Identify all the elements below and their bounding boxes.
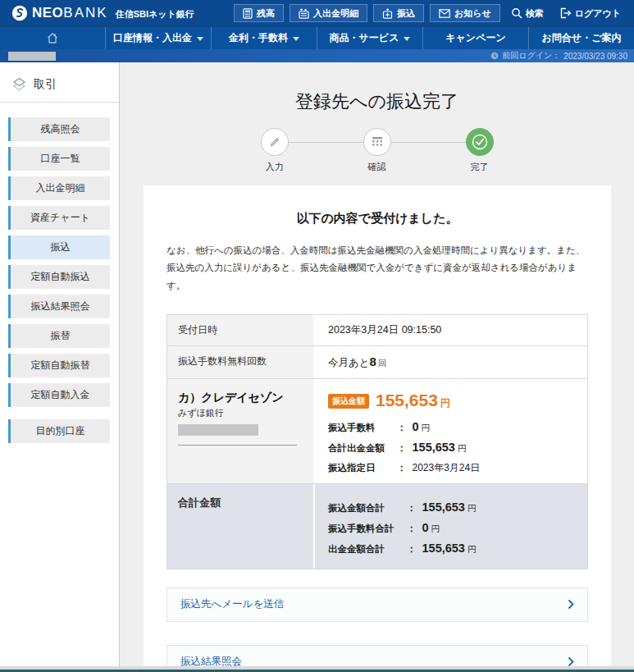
total-details-cell: 振込金額合計 ： 155,653 円 振込手数料合計 ： 0 円 [315,484,587,569]
brand-bank: BANK [63,5,107,21]
search-button[interactable]: 検索 [506,7,549,20]
sidebar-item-transfer-result[interactable]: 振込結果照会 [8,295,110,318]
chevron-right-icon [568,656,574,666]
nav-item-rates[interactable]: 金利・手数料 [212,27,317,49]
nav-item-products[interactable]: 商品・サービス [317,27,423,49]
mail-icon [439,9,450,18]
brand-neo: NEO [32,5,63,21]
table-row-total: 合計金額 振込金額合計 ： 155,653 円 振込手数料合計 [167,484,587,569]
sidebar-title: 取引 [34,77,57,92]
transfer-button-label: 振込 [397,7,415,20]
redacted-username [8,52,56,61]
step-confirm-circle [363,128,391,156]
progress-steps: 入力 確認 [252,128,503,173]
recipient-name: カ）クレデイセゾン [178,391,303,405]
total-fee: 振込手数料合計 ： 0 円 [328,521,574,535]
last-login-label: 前回ログイン： [502,50,560,62]
nav-item-accounts[interactable]: 口座情報・入出金 [106,27,212,49]
chevron-down-icon [197,37,203,41]
nav-home[interactable] [0,27,106,49]
header-quick-actions: 残高 入出金明細 振込 [234,4,626,22]
sidebar-item-asset-chart[interactable]: 資産チャート [8,206,110,230]
sidebar-item-auto-deposit[interactable]: 定額自動入金 [8,383,110,407]
nav-item-label: 商品・サービス [330,31,399,45]
step-complete: 完了 [457,128,503,173]
transfer-result-link[interactable]: 振込結果照会 [167,646,587,666]
calculator-icon [243,8,253,19]
bank-name: 住信SBIネット銀行 [116,8,194,21]
row-label: 受付日時 [167,315,315,345]
step-input-label: 入力 [266,161,284,173]
clock-icon [490,52,499,60]
recipient-bank: みずほ銀行 [178,407,303,419]
free-count-number: 8 [370,354,376,368]
logout-button[interactable]: ログアウト [554,7,626,20]
search-button-label: 検索 [526,7,544,20]
page: NEO BANK 住信SBIネット銀行 残高 [0,0,634,672]
detail-designated-date: 振込指定日 ： 2023年3月24日 [328,461,574,475]
send-mail-link[interactable]: 振込先へメールを送信 [167,588,587,621]
sidebar-menu: 残高照会 口座一覧 入出金明細 資産チャート 振込 定額自動振込 振込結果照会 … [0,103,119,443]
neobank-logo[interactable]: NEO BANK 住信SBIネット銀行 [11,5,194,21]
row-value: 2023年3月24日 09:15:50 [315,315,587,345]
transactions-icon [11,77,27,92]
home-icon [46,32,59,44]
sidebar-item-statement[interactable]: 入出金明細 [8,176,110,200]
sidebar-transactions: 取引 残高照会 口座一覧 入出金明細 資産チャート 振込 定額自動振込 振込結果… [0,62,120,666]
amount-line: 振込金額155,653円 [328,391,574,410]
last-login-value: 2023/03/23 09:30 [563,52,627,61]
balance-button-label: 残高 [257,7,275,20]
sidebar-item-balance[interactable]: 残高照会 [8,117,110,141]
logout-button-label: ログアウト [575,7,621,20]
sidebar-item-auto-transfer[interactable]: 定額自動振込 [8,265,110,289]
sidebar-item-furikae[interactable]: 振替 [8,324,110,348]
statement-button[interactable]: 入出金明細 [290,4,367,22]
free-count-unit: 回 [378,358,387,368]
chevron-right-icon [568,599,574,610]
chevron-down-icon [293,37,299,41]
row-value: 今月あと8回 [315,346,587,378]
balance-button[interactable]: 残高 [234,4,284,22]
notice-button-label: お知らせ [454,7,491,20]
total-withdrawal: 出金金額合計 ： 155,653 円 [328,542,574,555]
sidebar-item-transfer[interactable]: 振込 [8,235,110,259]
total-amount: 振込金額合計 ： 155,653 円 [328,501,574,514]
neobank-logo-icon [11,5,28,21]
result-card: 以下の内容で受付けました。 なお、他行への振込の場合、入金時間は振込先金融機関の… [144,185,611,666]
nav-item-campaign[interactable]: キャンペーン [423,27,529,49]
send-mail-link-label: 振込先へメールを送信 [180,597,284,611]
next-actions-linkbox: 振込結果照会 他の振込を行う [166,645,588,666]
transfer-result-link-label: 振込結果照会 [180,655,242,666]
sidebar-item-account-list[interactable]: 口座一覧 [8,147,110,171]
pencil-icon [268,135,281,149]
nav-item-label: 口座情報・入出金 [113,31,192,45]
last-login: 前回ログイン： 2023/03/23 09:30 [490,50,627,62]
mail-linkbox: 振込先へメールを送信 [166,587,588,622]
chevron-down-icon [404,37,410,41]
keypad-icon [372,136,383,148]
login-info-bar: 前回ログイン： 2023/03/23 09:30 [0,49,634,62]
nav-item-label: キャンペーン [445,31,505,45]
transfer-button[interactable]: 振込 [373,4,424,22]
recipient-amount-cell: 振込金額155,653円 振込手数料 ： 0 円 合計出金 [315,379,587,483]
notice-button[interactable]: お知らせ [430,4,500,22]
sidebar-item-purpose-account[interactable]: 目的別口座 [8,419,110,443]
statement-icon [299,8,309,19]
row-label: 振込手数料無料回数 [167,346,315,378]
total-label: 合計金額 [167,484,315,569]
statement-button-label: 入出金明細 [313,7,358,20]
table-row-datetime: 受付日時 2023年3月24日 09:15:50 [167,315,587,346]
detail-total-out: 合計出金金額 ： 155,653 円 [328,441,574,455]
card-note: なお、他行への振込の場合、入金時間は振込先金融機関の入金処理時間により異なります… [166,242,588,295]
step-complete-label: 完了 [471,161,489,173]
nav-item-contact[interactable]: お問合せ・ご案内 [529,27,634,49]
search-icon [511,7,522,19]
sidebar-item-auto-furikae[interactable]: 定額自動振替 [8,354,110,377]
table-row-recipient: カ）クレデイセゾン みずほ銀行 振込金額155,653円 振込手数料 [167,379,587,484]
main-content: 登録先への振込完了 入力 [120,62,634,666]
free-count-prefix: 今月あと [328,357,370,368]
sidebar-header: 取引 [0,72,119,103]
transfer-info-table: 受付日時 2023年3月24日 09:15:50 振込手数料無料回数 今月あと8… [166,314,588,569]
amount-badge: 振込金額 [328,394,369,409]
recipient-details: 振込手数料 ： 0 円 合計出金金額 ： 155,653 円 [328,420,574,475]
